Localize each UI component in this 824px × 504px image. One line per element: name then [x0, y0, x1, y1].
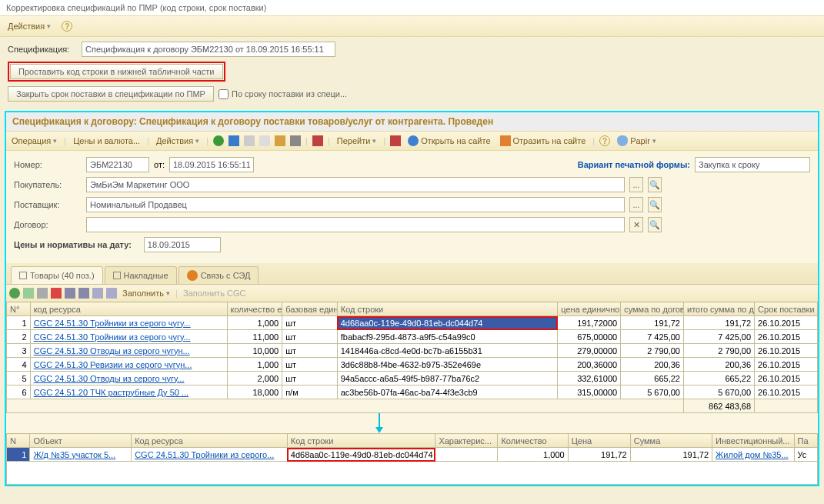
bcol-qty[interactable]: Количество	[498, 434, 568, 448]
tab-sed[interactable]: Связь с СЭД	[178, 266, 259, 284]
move-up-icon[interactable]	[65, 288, 75, 299]
term-checkbox-label[interactable]: По сроку поставки из специ...	[219, 89, 347, 99]
col-qty[interactable]: количество единиц	[227, 302, 282, 316]
help-icon-2[interactable]: ?	[599, 135, 610, 146]
buyer-input[interactable]	[86, 177, 625, 192]
table-row[interactable]: 5CGC 24.51.30 Отводы из серого чугу...2,…	[7, 372, 818, 386]
tab-invoices[interactable]: Накладные	[105, 266, 177, 284]
help-button[interactable]: ?	[58, 19, 75, 33]
goods-table: N° код ресурса количество единиц базовая…	[6, 302, 818, 413]
bcol-price[interactable]: Цена	[568, 434, 630, 448]
col-n[interactable]: N°	[7, 302, 31, 316]
table-row[interactable]: 6CGC 24.51.20 ТЧК раструбные Ду 50 ...18…	[7, 386, 818, 399]
table-row[interactable]: 1CGC 24.51.30 Тройники из серого чугу...…	[7, 316, 818, 330]
term-checkbox[interactable]	[219, 89, 229, 99]
col-rowcode[interactable]: Код строки	[337, 302, 558, 316]
resource-link[interactable]: CGC 24.51.20 ТЧК раструбные Ду 50 ...	[34, 388, 188, 397]
table-row[interactable]: 2CGC 24.51.30 Тройники из серого чугу...…	[7, 330, 818, 344]
actions-submenu[interactable]: Действия	[154, 135, 202, 147]
spec-input[interactable]	[82, 42, 335, 57]
resource-link[interactable]: CGC 24.51.30 Отводы из серого чугун...	[34, 346, 190, 355]
add-row-icon[interactable]	[9, 288, 20, 299]
dk-icon[interactable]	[390, 135, 401, 146]
contract-input[interactable]	[86, 217, 625, 232]
rates-label: Цены и нормативы на дату:	[14, 240, 132, 249]
fill-menu[interactable]: Заполнить	[120, 287, 172, 299]
supplier-select-button[interactable]: ...	[629, 197, 643, 212]
contract-label: Договор:	[14, 220, 82, 229]
fill-cgc-button[interactable]: Заполнить CGC	[181, 287, 249, 299]
resource-link[interactable]: CGC 24.51.30 Тройники из серого чугу...	[34, 319, 191, 328]
col-sum[interactable]: сумма по договору	[621, 302, 684, 316]
spec-label: Спецификация:	[8, 45, 77, 54]
supplier-search-button[interactable]: 🔍	[648, 197, 662, 212]
arrow-annotation	[6, 413, 818, 433]
number-label: Номер:	[14, 160, 82, 169]
buyer-label: Покупатель:	[14, 180, 82, 189]
bcol-n[interactable]: N	[7, 434, 30, 448]
resource-link[interactable]: CGC 24.51.30 Тройники из серого...	[135, 450, 274, 459]
table-row[interactable]: 4CGC 24.51.30 Ревизии из серого чугун...…	[7, 358, 818, 372]
col-unit[interactable]: базовая единица	[282, 302, 338, 316]
sort-asc-icon[interactable]	[92, 288, 103, 299]
sed-icon	[187, 270, 198, 281]
insert-row-icon[interactable]	[23, 288, 34, 299]
print-variant-label: Вариант печатной формы:	[578, 160, 690, 169]
rates-date-input[interactable]	[144, 237, 221, 252]
checkbox-icon	[113, 272, 121, 279]
actions-menu[interactable]: Действия	[5, 20, 54, 32]
sort-desc-icon[interactable]	[106, 288, 117, 299]
box-icon[interactable]	[275, 135, 285, 146]
set-rowcode-button[interactable]: Проставить код строки в нижней табличной…	[10, 64, 223, 79]
bottom-table: N Объект Код ресурса Код строки Характер…	[6, 433, 818, 485]
tab-goods[interactable]: Товары (40 поз.)	[11, 266, 103, 284]
resource-link[interactable]: CGC 24.51.30 Тройники из серого чугу...	[34, 332, 191, 342]
col-resource[interactable]: код ресурса	[30, 302, 227, 316]
delete-row-icon[interactable]	[51, 288, 62, 299]
contract-clear-button[interactable]: ✕	[629, 217, 643, 232]
table-row[interactable]: 1 Ж/д №35 участок 5... CGC 24.51.30 Трой…	[7, 448, 818, 462]
save-icon[interactable]	[229, 135, 239, 146]
debit-icon[interactable]	[312, 135, 323, 146]
copy-icon[interactable]	[244, 135, 255, 146]
table-header: N° код ресурса количество единиц базовая…	[7, 302, 818, 316]
window-titlebar: Корректировка спецификаций по ПМР (код с…	[0, 0, 824, 15]
operation-menu[interactable]: Операция	[9, 135, 59, 147]
open-site-button[interactable]: Открыть на сайте	[405, 134, 492, 148]
prices-button[interactable]: Цены и валюта...	[71, 135, 142, 147]
contract-search-button[interactable]: 🔍	[648, 217, 662, 232]
bcol-code[interactable]: Код строки	[287, 434, 435, 448]
move-down-icon[interactable]	[78, 288, 89, 299]
col-total[interactable]: итого сумма по договору	[683, 302, 754, 316]
print-icon[interactable]	[290, 135, 301, 146]
print-variant-input[interactable]	[695, 157, 810, 172]
bcol-sum[interactable]: Сумма	[630, 434, 712, 448]
reflect-site-button[interactable]: Отразить на сайте	[498, 134, 589, 148]
col-price[interactable]: цена единичного	[558, 302, 621, 316]
resource-link[interactable]: CGC 24.51.30 Отводы из серого чугу...	[34, 374, 185, 383]
bcol-res[interactable]: Код ресурса	[132, 434, 288, 448]
edit-row-icon[interactable]	[37, 288, 48, 299]
add-icon[interactable]	[213, 135, 224, 146]
invest-link[interactable]: Жилой дом №35...	[716, 450, 789, 459]
table-row[interactable]: 3CGC 24.51.30 Отводы из серого чугун...1…	[7, 344, 818, 358]
papir-menu[interactable]: Papir	[615, 134, 659, 148]
bcol-inv[interactable]: Инвестиционный...	[712, 434, 794, 448]
supplier-input[interactable]	[86, 197, 625, 212]
paste-icon[interactable]	[259, 135, 270, 146]
bcol-obj[interactable]: Объект	[30, 434, 132, 448]
grid-toolbar: Заполнить | Заполнить CGC	[6, 285, 818, 302]
close-term-button[interactable]: Закрыть срок поставки в спецификации по …	[8, 86, 214, 102]
date-input[interactable]	[169, 157, 254, 172]
bcol-char[interactable]: Характерис...	[435, 434, 498, 448]
object-link[interactable]: Ж/д №35 участок 5...	[33, 450, 115, 459]
buyer-search-button[interactable]: 🔍	[648, 177, 662, 192]
buyer-select-button[interactable]: ...	[629, 177, 643, 192]
supplier-label: Поставщик:	[14, 200, 82, 209]
number-input[interactable]	[86, 157, 149, 172]
menubar: Действия ?	[0, 15, 824, 37]
goto-menu[interactable]: Перейти	[335, 135, 379, 147]
resource-link[interactable]: CGC 24.51.30 Ревизии из серого чугун...	[34, 360, 192, 369]
col-delivery[interactable]: Срок поставки	[755, 302, 818, 316]
bcol-pa[interactable]: Па	[794, 434, 817, 448]
